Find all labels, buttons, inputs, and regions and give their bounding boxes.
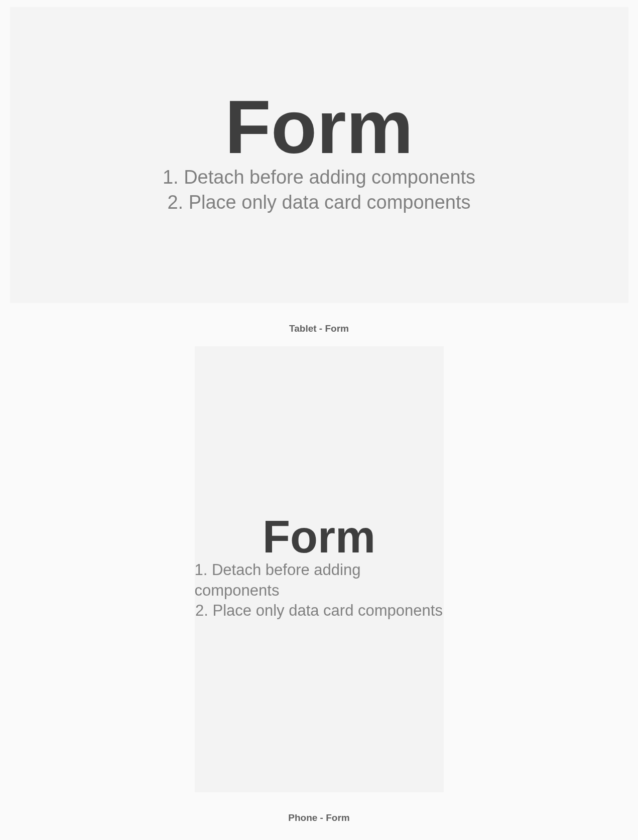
phone-form-panel: Form 1. Detach before adding components … (195, 346, 444, 792)
tablet-instruction-1: 1. Detach before adding components (163, 165, 475, 190)
tablet-instruction-2: 2. Place only data card components (167, 190, 470, 215)
phone-form-title: Form (263, 518, 375, 556)
phone-instruction-2: 2. Place only data card components (195, 601, 443, 621)
tablet-caption: Tablet - Form (289, 323, 349, 334)
phone-caption: Phone - Form (288, 812, 349, 823)
tablet-form-panel: Form 1. Detach before adding components … (10, 7, 628, 303)
phone-instruction-1: 1. Detach before adding components (195, 560, 444, 601)
tablet-form-title: Form (225, 95, 413, 160)
